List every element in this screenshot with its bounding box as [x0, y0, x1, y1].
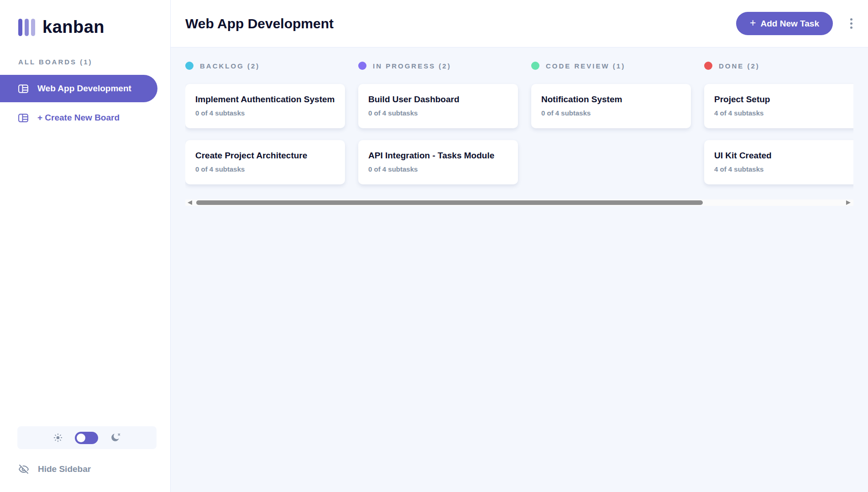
hide-sidebar-button[interactable]: Hide Sidebar: [0, 464, 170, 475]
sidebar-item-web-app-development[interactable]: Web App Development: [0, 75, 157, 102]
app-logo: kanban: [0, 0, 170, 37]
column-header: DONE (2): [704, 62, 853, 70]
task-card[interactable]: Implement Authentication System 0 of 4 s…: [185, 84, 345, 128]
hide-sidebar-label: Hide Sidebar: [38, 464, 91, 474]
sun-icon: [53, 433, 63, 443]
add-task-label: Add New Task: [761, 19, 819, 29]
all-boards-count-label: ALL BOARDS (1): [18, 58, 170, 66]
task-title: UI Kit Created: [714, 151, 853, 161]
task-card[interactable]: Create Project Architecture 0 of 4 subta…: [185, 140, 345, 184]
task-card[interactable]: UI Kit Created 4 of 4 subtasks: [704, 140, 853, 184]
column-in-progress: IN PROGRESS (2) Build User Dashboard 0 o…: [358, 62, 518, 196]
board-list: Web App Development + Create New Board: [0, 75, 170, 131]
horizontal-scrollbar[interactable]: [185, 199, 853, 206]
task-card[interactable]: API Integration - Tasks Module 0 of 4 su…: [358, 140, 518, 184]
column-header: BACKLOG (2): [185, 62, 345, 70]
board-icon: [18, 114, 28, 122]
column-code-review: CODE REVIEW (1) Notification System 0 of…: [531, 62, 691, 196]
moon-icon: [110, 432, 121, 443]
task-title: Notification System: [541, 94, 681, 105]
column-dot: [358, 62, 366, 70]
theme-toggle[interactable]: [75, 432, 98, 444]
scroll-right-arrow-icon[interactable]: [846, 200, 851, 205]
column-title: BACKLOG (2): [200, 62, 260, 70]
column-backlog: BACKLOG (2) Implement Authentication Sys…: [185, 62, 345, 196]
board-icon: [18, 84, 28, 93]
task-subtasks: 0 of 4 subtasks: [368, 165, 508, 173]
plus-icon: +: [750, 17, 756, 29]
kanban-logo-icon: [18, 19, 35, 36]
column-title: DONE (2): [719, 62, 760, 70]
column-header: IN PROGRESS (2): [358, 62, 518, 70]
theme-toggle-knob: [77, 434, 85, 442]
top-bar: Web App Development + Add New Task: [171, 0, 868, 47]
board-item-label: Web App Development: [37, 84, 131, 94]
task-subtasks: 0 of 4 subtasks: [368, 109, 508, 117]
column-title: CODE REVIEW (1): [546, 62, 625, 70]
board-options-kebab-icon[interactable]: [848, 16, 854, 31]
scroll-left-arrow-icon[interactable]: [188, 200, 192, 205]
task-title: Implement Authentication System: [195, 94, 335, 105]
kanban-columns: BACKLOG (2) Implement Authentication Sys…: [185, 62, 853, 196]
task-title: Create Project Architecture: [195, 151, 335, 161]
task-card[interactable]: Notification System 0 of 4 subtasks: [531, 84, 691, 128]
task-title: Build User Dashboard: [368, 94, 508, 105]
create-new-board-button[interactable]: + Create New Board: [0, 104, 157, 131]
theme-switcher: [17, 426, 157, 449]
task-title: API Integration - Tasks Module: [368, 151, 508, 161]
column-dot: [531, 62, 539, 70]
sidebar-bottom: Hide Sidebar: [0, 426, 170, 492]
task-card[interactable]: Build User Dashboard 0 of 4 subtasks: [358, 84, 518, 128]
create-board-label: + Create New Board: [37, 113, 120, 123]
column-title: IN PROGRESS (2): [373, 62, 451, 70]
task-title: Project Setup: [714, 94, 853, 105]
column-done: DONE (2) Project Setup 4 of 4 subtasks U…: [704, 62, 853, 196]
task-subtasks: 0 of 4 subtasks: [195, 109, 335, 117]
task-subtasks: 4 of 4 subtasks: [714, 165, 853, 173]
column-dot: [185, 62, 193, 70]
task-subtasks: 4 of 4 subtasks: [714, 109, 853, 117]
board-viewport: BACKLOG (2) Implement Authentication Sys…: [185, 62, 853, 196]
add-new-task-button[interactable]: + Add New Task: [736, 12, 833, 35]
sidebar: kanban ALL BOARDS (1) Web App Developmen…: [0, 0, 171, 492]
column-header: CODE REVIEW (1): [531, 62, 691, 70]
eye-off-icon: [18, 464, 29, 475]
task-card[interactable]: Project Setup 4 of 4 subtasks: [704, 84, 853, 128]
task-subtasks: 0 of 4 subtasks: [541, 109, 681, 117]
app-logo-text: kanban: [42, 17, 105, 37]
column-dot: [704, 62, 712, 70]
main-area: Web App Development + Add New Task BACKL…: [171, 0, 868, 492]
task-subtasks: 0 of 4 subtasks: [195, 165, 335, 173]
page-title: Web App Development: [185, 16, 334, 31]
scrollbar-thumb[interactable]: [196, 200, 703, 205]
